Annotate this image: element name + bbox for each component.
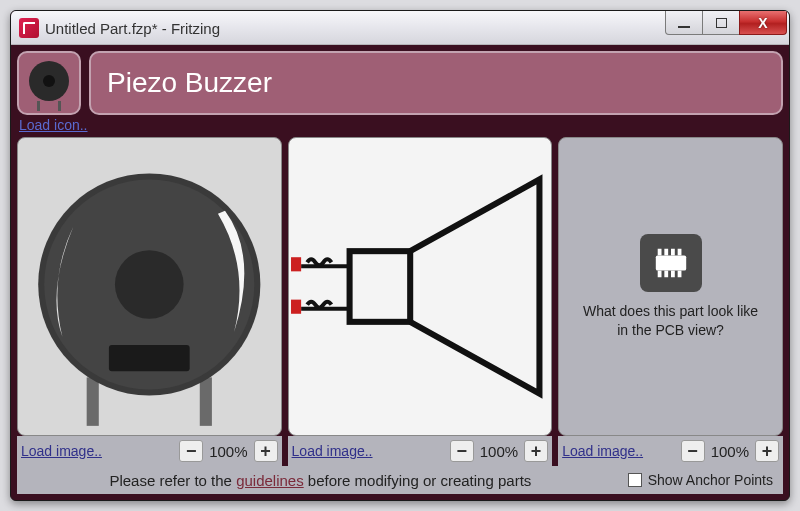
schematic-toolbar: Load image.. − 100% + <box>288 436 553 466</box>
footer-hint: Please refer to the guidelines before mo… <box>27 472 614 489</box>
part-name-text: Piezo Buzzer <box>107 67 272 99</box>
svg-rect-0 <box>87 377 99 425</box>
svg-rect-14 <box>671 248 675 255</box>
svg-point-4 <box>115 250 184 319</box>
pcb-canvas[interactable]: What does this part look like in the PCB… <box>558 137 783 436</box>
chip-placeholder-icon <box>640 234 702 292</box>
checkbox-icon <box>628 473 642 487</box>
plus-icon: + <box>531 441 542 462</box>
svg-rect-6 <box>349 251 410 322</box>
svg-rect-10 <box>291 300 301 314</box>
plus-icon: + <box>762 441 773 462</box>
header-row: Piezo Buzzer <box>17 51 783 115</box>
guidelines-link[interactable]: guidelines <box>236 472 304 489</box>
breadboard-zoom-value: 100% <box>207 443 249 460</box>
title-bar[interactable]: Untitled Part.fzp* - Fritzing X <box>11 11 789 45</box>
breadboard-zoom-out-button[interactable]: − <box>179 440 203 462</box>
breadboard-panel: Load image.. − 100% + <box>17 137 282 466</box>
pcb-toolbar: Load image.. − 100% + <box>558 436 783 466</box>
pcb-zoom-out-button[interactable]: − <box>681 440 705 462</box>
schematic-panel: Load image.. − 100% + <box>288 137 553 466</box>
pcb-panel: What does this part look like in the PCB… <box>558 137 783 466</box>
pcb-placeholder-text: What does this part look like in the PCB… <box>579 302 762 340</box>
svg-rect-11 <box>655 255 685 270</box>
footer-suffix: before modifying or creating parts <box>304 472 532 489</box>
minus-icon: − <box>687 441 698 462</box>
svg-rect-5 <box>109 345 190 371</box>
schematic-canvas[interactable] <box>288 137 553 436</box>
svg-rect-15 <box>677 248 681 255</box>
schematic-zoom-out-button[interactable]: − <box>450 440 474 462</box>
svg-rect-13 <box>664 248 668 255</box>
pcb-zoom-in-button[interactable]: + <box>755 440 779 462</box>
schematic-load-image-link[interactable]: Load image.. <box>292 443 446 459</box>
client-area: Piezo Buzzer Load icon.. <box>11 45 789 500</box>
view-panels: Load image.. − 100% + <box>17 137 783 466</box>
pcb-load-image-link[interactable]: Load image.. <box>562 443 677 459</box>
maximize-button[interactable] <box>702 11 740 35</box>
minimize-button[interactable] <box>665 11 703 35</box>
window-controls: X <box>666 11 787 35</box>
load-icon-link[interactable]: Load icon.. <box>19 117 783 133</box>
footer-prefix: Please refer to the <box>109 472 236 489</box>
minus-icon: − <box>456 441 467 462</box>
close-icon: X <box>758 15 767 31</box>
app-window: Untitled Part.fzp* - Fritzing X Piezo Bu… <box>10 10 790 501</box>
schematic-zoom-value: 100% <box>478 443 520 460</box>
minus-icon: − <box>186 441 197 462</box>
maximize-icon <box>716 18 727 28</box>
minimize-icon <box>678 26 690 28</box>
app-icon <box>19 18 39 38</box>
footer-bar: Please refer to the guidelines before mo… <box>17 466 783 494</box>
svg-rect-18 <box>671 270 675 277</box>
svg-rect-16 <box>657 270 661 277</box>
show-anchor-points-checkbox[interactable]: Show Anchor Points <box>628 472 773 488</box>
svg-rect-1 <box>200 377 212 425</box>
part-name-field[interactable]: Piezo Buzzer <box>89 51 783 115</box>
show-anchor-points-label: Show Anchor Points <box>648 472 773 488</box>
svg-rect-12 <box>657 248 661 255</box>
close-button[interactable]: X <box>739 11 787 35</box>
breadboard-zoom-in-button[interactable]: + <box>254 440 278 462</box>
speaker-schematic-icon <box>289 138 552 435</box>
breadboard-canvas[interactable] <box>17 137 282 436</box>
plus-icon: + <box>260 441 271 462</box>
buzzer-thumb-icon <box>27 61 71 105</box>
part-icon-preview[interactable] <box>17 51 81 115</box>
breadboard-load-image-link[interactable]: Load image.. <box>21 443 175 459</box>
buzzer-breadboard-icon <box>18 138 281 435</box>
svg-rect-19 <box>677 270 681 277</box>
svg-rect-17 <box>664 270 668 277</box>
svg-rect-9 <box>291 257 301 271</box>
breadboard-toolbar: Load image.. − 100% + <box>17 436 282 466</box>
schematic-zoom-in-button[interactable]: + <box>524 440 548 462</box>
pcb-zoom-value: 100% <box>709 443 751 460</box>
